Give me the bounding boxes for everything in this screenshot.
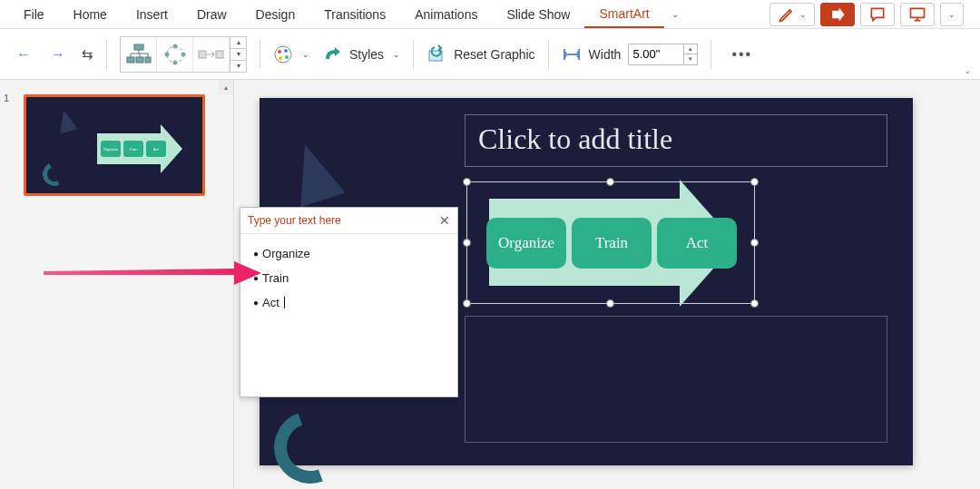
layout-gallery[interactable]: ▴ ▾ ▾ bbox=[120, 36, 247, 73]
resize-handle[interactable] bbox=[750, 178, 759, 186]
text-pane-header: Type your text here ✕ bbox=[240, 208, 457, 234]
share-button[interactable] bbox=[820, 3, 855, 26]
width-group: Width ▴ ▾ bbox=[562, 44, 699, 65]
ribbon-tabs: File Home Insert Draw Design Transitions… bbox=[0, 0, 980, 29]
chevron-up-icon[interactable]: ▴ bbox=[230, 37, 246, 49]
divider bbox=[260, 40, 260, 69]
text-pane-item-text: Act bbox=[262, 296, 279, 309]
resize-handle[interactable] bbox=[750, 299, 759, 308]
present-dropdown[interactable]: ⌄ bbox=[940, 3, 964, 26]
thumb-box-3: Act bbox=[146, 141, 166, 157]
tab-design[interactable]: Design bbox=[241, 2, 310, 27]
gallery-expand[interactable]: ▴ ▾ ▾ bbox=[230, 37, 246, 72]
workspace: ▴ 1 Organize Train Act Click to add titl… bbox=[0, 80, 980, 489]
pencil-icon bbox=[778, 5, 796, 24]
present-icon bbox=[908, 5, 926, 24]
cycle-icon bbox=[162, 43, 189, 66]
svg-point-18 bbox=[284, 49, 288, 53]
text-pane-item[interactable]: ●Act bbox=[246, 290, 452, 315]
decorative-ring bbox=[39, 159, 69, 189]
svg-rect-3 bbox=[145, 57, 151, 63]
more-options-icon[interactable]: ••• bbox=[724, 46, 760, 63]
tab-insert[interactable]: Insert bbox=[122, 2, 182, 27]
svg-point-16 bbox=[275, 46, 291, 63]
tab-animations[interactable]: Animations bbox=[400, 2, 492, 27]
decorative-ring bbox=[262, 399, 358, 489]
process-icon bbox=[198, 43, 225, 66]
svg-point-11 bbox=[181, 52, 185, 56]
reset-label: Reset Graphic bbox=[454, 47, 534, 62]
text-pane-item[interactable]: ●Train bbox=[246, 266, 452, 290]
bullet-icon: ● bbox=[253, 273, 259, 283]
svg-rect-1 bbox=[127, 57, 134, 63]
text-pane-body[interactable]: ●Organize ●Train ●Act bbox=[240, 234, 457, 322]
styles-icon bbox=[322, 44, 342, 64]
width-input[interactable] bbox=[628, 44, 684, 65]
text-pane-item[interactable]: ●Organize bbox=[246, 241, 452, 266]
tab-draw[interactable]: Draw bbox=[182, 2, 241, 27]
tab-file[interactable]: File bbox=[9, 2, 59, 27]
resize-handle[interactable] bbox=[463, 299, 471, 308]
chevron-down-icon[interactable]: ▾ bbox=[684, 54, 697, 64]
svg-rect-2 bbox=[136, 57, 143, 63]
svg-point-12 bbox=[172, 60, 177, 64]
svg-rect-0 bbox=[134, 44, 143, 50]
divider bbox=[710, 40, 711, 69]
colors-group[interactable]: ⌄ bbox=[273, 44, 309, 64]
editing-button[interactable]: ⌄ bbox=[769, 3, 815, 26]
svg-point-13 bbox=[164, 52, 169, 56]
chevron-down-icon[interactable]: ▾ bbox=[230, 49, 246, 61]
width-icon bbox=[562, 44, 582, 64]
comments-button[interactable] bbox=[860, 3, 895, 26]
width-label: Width bbox=[589, 47, 622, 62]
close-icon[interactable]: ✕ bbox=[439, 213, 450, 228]
collapse-ribbon-icon[interactable]: ⌄ bbox=[964, 65, 971, 75]
change-colors-icon bbox=[273, 44, 293, 64]
title-placeholder[interactable]: Click to add title bbox=[465, 114, 887, 167]
share-icon bbox=[828, 5, 847, 24]
layout-option-3[interactable] bbox=[193, 38, 230, 71]
width-spinner[interactable]: ▴ ▾ bbox=[684, 44, 698, 65]
tab-home[interactable]: Home bbox=[59, 2, 122, 27]
styles-label: Styles bbox=[349, 47, 384, 62]
decorative-cone bbox=[282, 138, 345, 208]
smartart-text-pane[interactable]: Type your text here ✕ ●Organize ●Train ●… bbox=[240, 207, 458, 397]
styles-group[interactable]: Styles ⌄ bbox=[322, 44, 400, 64]
layout-option-1[interactable] bbox=[121, 38, 157, 71]
bullet-icon: ● bbox=[253, 249, 259, 259]
thumb-box-2: Train bbox=[123, 141, 143, 157]
nav-back-icon[interactable]: ← bbox=[13, 43, 34, 66]
smartart-toolbar: ← → ⇆ ▴ ▾ ▾ ⌄ Styles ⌄ Reset Graphic bbox=[0, 29, 980, 80]
slide-thumbnail-1[interactable]: Organize Train Act bbox=[24, 94, 205, 196]
svg-point-19 bbox=[285, 55, 289, 59]
layout-option-2[interactable] bbox=[157, 38, 193, 71]
slide-number: 1 bbox=[4, 93, 9, 103]
tab-transitions[interactable]: Transitions bbox=[309, 2, 400, 27]
resize-handle[interactable] bbox=[606, 299, 614, 308]
svg-point-10 bbox=[172, 44, 177, 48]
resize-handle[interactable] bbox=[606, 178, 614, 186]
chevron-down-icon: ⌄ bbox=[393, 50, 400, 59]
reset-group[interactable]: Reset Graphic bbox=[426, 44, 534, 64]
divider bbox=[413, 40, 414, 69]
tab-overflow-chevron-icon[interactable]: ⌄ bbox=[664, 4, 686, 24]
chevron-down-icon[interactable]: ▾ bbox=[230, 61, 246, 72]
smartart-selection-frame[interactable] bbox=[466, 181, 755, 304]
comment-icon bbox=[868, 5, 887, 24]
svg-point-17 bbox=[278, 50, 281, 54]
tab-smartart[interactable]: SmartArt bbox=[584, 1, 663, 28]
chevron-up-icon[interactable]: ▴ bbox=[684, 44, 697, 55]
nav-sync-icon[interactable]: ⇆ bbox=[82, 46, 93, 63]
present-button[interactable] bbox=[900, 3, 935, 26]
tab-slideshow[interactable]: Slide Show bbox=[492, 2, 584, 27]
chevron-down-icon: ⌄ bbox=[799, 10, 807, 19]
nav-forward-icon[interactable]: → bbox=[47, 43, 69, 66]
scroll-up-icon[interactable]: ▴ bbox=[219, 80, 233, 94]
content-placeholder[interactable] bbox=[465, 316, 887, 443]
resize-handle[interactable] bbox=[463, 178, 471, 186]
resize-handle[interactable] bbox=[463, 239, 471, 247]
text-pane-item-text: Organize bbox=[262, 247, 310, 260]
reset-icon bbox=[426, 44, 446, 64]
resize-handle[interactable] bbox=[750, 239, 759, 247]
chevron-down-icon: ⌄ bbox=[948, 10, 956, 19]
